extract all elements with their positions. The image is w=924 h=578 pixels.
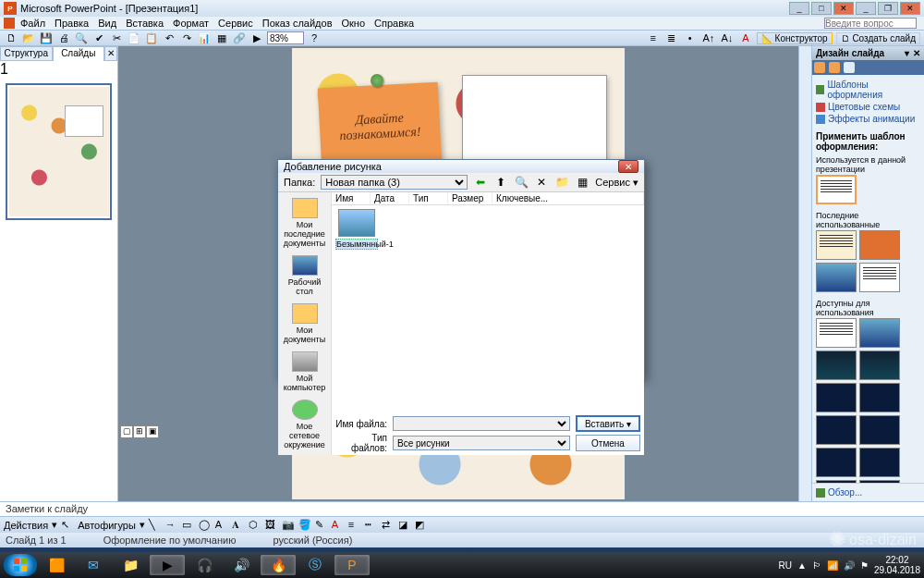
picture-icon[interactable]: 📷 <box>282 519 295 532</box>
nav-home-icon[interactable] <box>844 62 855 73</box>
link-colors[interactable]: Цветовые схемы <box>816 101 920 113</box>
taskbar-app[interactable]: 🔥 <box>261 555 296 575</box>
linecolor-icon[interactable]: ✎ <box>315 519 328 532</box>
menu-file[interactable]: Файл <box>17 18 49 29</box>
cancel-button[interactable]: Отмена <box>576 435 640 451</box>
tab-outline[interactable]: Структура <box>0 46 53 61</box>
template-thumb[interactable] <box>859 383 900 412</box>
menu-edit[interactable]: Правка <box>51 18 92 29</box>
align-left-icon[interactable]: ≡ <box>646 31 661 45</box>
search-icon[interactable]: 🔍 <box>514 175 529 190</box>
table-icon[interactable]: ▦ <box>214 31 229 45</box>
views-icon[interactable]: ▦ <box>575 175 590 190</box>
tray-network-icon[interactable]: 📶 <box>827 560 838 571</box>
maximize-button[interactable]: □ <box>811 2 832 15</box>
place-recent[interactable]: Мои последние документы <box>278 194 331 252</box>
template-thumb[interactable] <box>816 175 857 204</box>
menu-insert[interactable]: Вставка <box>122 18 167 29</box>
back-icon[interactable]: ⬅ <box>473 175 488 190</box>
place-mycomputer[interactable]: Мой компьютер <box>278 348 331 396</box>
chart-icon[interactable]: 📊 <box>197 31 212 45</box>
actions-menu[interactable]: Действия <box>4 520 48 531</box>
show-icon[interactable]: ▶ <box>249 31 264 45</box>
zoom-select[interactable] <box>267 31 304 44</box>
diagram-icon[interactable]: ⬡ <box>249 519 261 532</box>
start-button[interactable] <box>4 554 37 576</box>
doc-minimize-button[interactable]: _ <box>856 2 876 15</box>
place-mydocs[interactable]: Мои документы <box>278 300 331 348</box>
spell-icon[interactable]: ✔ <box>91 31 106 45</box>
taskbar-app[interactable]: 📁 <box>113 555 148 575</box>
place-network[interactable]: Мое сетевое окружение <box>278 396 331 453</box>
taskbar-app[interactable]: ▶ <box>150 555 185 575</box>
template-thumb[interactable] <box>816 415 857 445</box>
paste-icon[interactable]: 📋 <box>144 31 159 45</box>
dash-icon[interactable]: ┅ <box>365 519 378 532</box>
menu-view[interactable]: Вид <box>94 18 120 29</box>
lineweight-icon[interactable]: ≡ <box>348 519 361 532</box>
open-icon[interactable]: 📂 <box>21 31 36 45</box>
tab-slides[interactable]: Слайды <box>53 46 105 61</box>
undo-icon[interactable]: ↶ <box>162 31 176 45</box>
tray-clock[interactable]: 22:0229.04.2018 <box>874 555 920 575</box>
save-icon[interactable]: 💾 <box>39 31 54 45</box>
link-animation[interactable]: Эффекты анимации <box>816 113 920 125</box>
cut-icon[interactable]: ✂ <box>109 31 124 45</box>
panel-close-icon[interactable]: ✕ <box>104 46 117 61</box>
align-center-icon[interactable]: ≣ <box>664 31 679 45</box>
nav-fwd-icon[interactable] <box>829 62 840 73</box>
folder-select[interactable]: Новая папка (3) <box>321 175 468 190</box>
autoshapes-menu[interactable]: Автофигуры <box>78 520 136 531</box>
slide-thumbnail[interactable]: 1 <box>0 61 117 226</box>
template-thumb[interactable] <box>859 318 900 348</box>
column-headers[interactable]: Имя Дата Тип Размер Ключевые... <box>332 192 644 205</box>
line-icon[interactable]: ╲ <box>149 519 162 532</box>
browse-link[interactable]: Обзор... <box>812 483 924 501</box>
designer-button[interactable]: 📐 Конструктор <box>757 32 833 44</box>
sorter-view-icon[interactable]: ⊞ <box>133 425 146 438</box>
nav-back-icon[interactable] <box>814 62 825 73</box>
taskbar-app[interactable]: ✉ <box>76 555 111 575</box>
vertical-scrollbar[interactable] <box>798 46 811 501</box>
tools-menu[interactable]: Сервис ▾ <box>595 177 638 189</box>
new-slide-button[interactable]: 🗋 Создать слайд <box>836 32 920 44</box>
taskbar-powerpoint[interactable]: P <box>334 555 370 575</box>
menu-format[interactable]: Формат <box>169 18 213 29</box>
normal-view-icon[interactable]: ▢ <box>120 425 133 438</box>
template-thumb[interactable] <box>859 350 900 380</box>
menu-help[interactable]: Справка <box>371 18 418 29</box>
print-icon[interactable]: 🖨 <box>56 31 71 45</box>
taskbar-app[interactable]: 🟧 <box>39 555 74 575</box>
template-thumb[interactable] <box>816 448 857 477</box>
taskbar-app[interactable]: 🔊 <box>224 555 259 575</box>
tray-flag-icon[interactable]: 🏳 <box>812 560 821 571</box>
taskpane-close-icon[interactable]: ✕ <box>913 48 920 58</box>
template-thumb[interactable] <box>816 318 857 348</box>
hyperlink-icon[interactable]: 🔗 <box>232 31 247 45</box>
clipart-icon[interactable]: 🖼 <box>265 519 278 532</box>
taskbar-app[interactable]: 🎧 <box>187 555 222 575</box>
template-thumb[interactable] <box>816 350 857 380</box>
template-thumb[interactable] <box>859 230 900 260</box>
font-grow-icon[interactable]: A↑ <box>701 31 716 45</box>
fontcolor-icon[interactable]: A <box>332 519 345 532</box>
arrowstyle-icon[interactable]: ⇄ <box>382 519 395 532</box>
app-close-button[interactable]: ✕ <box>833 2 854 15</box>
template-thumb[interactable] <box>816 230 857 260</box>
fill-icon[interactable]: 🪣 <box>298 519 311 532</box>
tray-volume-icon[interactable]: 🔊 <box>844 560 855 571</box>
template-thumb[interactable] <box>859 448 900 477</box>
place-desktop[interactable]: Рабочий стол <box>278 252 331 300</box>
wordart-icon[interactable]: 𝐀 <box>232 519 245 532</box>
arrow-icon[interactable]: → <box>165 519 178 532</box>
3d-icon[interactable]: ◩ <box>415 519 428 532</box>
taskpane-dropdown-icon[interactable]: ▾ <box>905 48 909 58</box>
doc-close-button[interactable]: ✕ <box>900 2 920 15</box>
notes-pane[interactable]: Заметки к слайду <box>0 501 924 516</box>
font-color-icon[interactable]: A <box>738 31 753 45</box>
delete-icon[interactable]: ✕ <box>534 175 549 190</box>
template-thumb[interactable] <box>859 263 900 292</box>
help-icon[interactable]: ? <box>307 31 322 45</box>
textbox-icon[interactable]: A <box>215 519 228 532</box>
ask-input[interactable] <box>824 18 917 29</box>
